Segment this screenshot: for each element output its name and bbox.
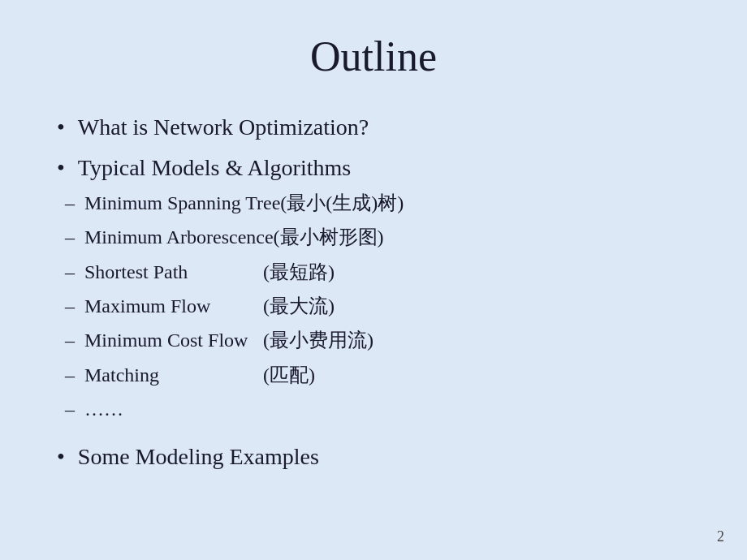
sub-chinese-2: (最短路) bbox=[263, 259, 335, 285]
sub-item-1: – Minimum Arborescence (最小树形图) bbox=[65, 224, 404, 250]
slide: Outline • What is Network Optimization? … bbox=[0, 0, 747, 560]
sub-label-4: Minimum Cost Flow bbox=[84, 327, 263, 353]
sub-item-6: – …… bbox=[65, 396, 404, 422]
bullet-dot-3: • bbox=[57, 442, 65, 472]
sub-chinese-5: (匹配) bbox=[263, 362, 315, 388]
sub-label-6: …… bbox=[84, 396, 263, 422]
sub-label-2: Shortest Path bbox=[84, 259, 263, 285]
sub-chinese-3: (最大流) bbox=[263, 293, 335, 319]
sub-label-0: Minimum Spanning Tree bbox=[84, 190, 280, 216]
sub-chinese-0: (最小(生成)树) bbox=[280, 190, 404, 216]
bullet-text-1: What is Network Optimization? bbox=[78, 113, 369, 142]
bullet-text-3: Some Modeling Examples bbox=[78, 442, 319, 472]
bullet-dot-1: • bbox=[57, 113, 65, 142]
slide-title: Outline bbox=[57, 32, 690, 80]
sub-dash-5: – bbox=[65, 362, 75, 388]
main-bullet-list: • What is Network Optimization? • Typica… bbox=[57, 113, 690, 483]
bullet-item-2: • Typical Models & Algorithms – Minimum … bbox=[57, 153, 690, 430]
bullet-item-3: • Some Modeling Examples bbox=[57, 442, 690, 472]
sub-text-5: Matching (匹配) bbox=[84, 362, 315, 388]
sub-dash-1: – bbox=[65, 224, 75, 250]
sub-chinese-4: (最小费用流) bbox=[263, 327, 374, 353]
sub-label-1: Minimum Arborescence bbox=[84, 224, 274, 250]
sub-text-2: Shortest Path (最短路) bbox=[84, 259, 335, 285]
sub-item-4: – Minimum Cost Flow (最小费用流) bbox=[65, 327, 404, 353]
sub-item-0: – Minimum Spanning Tree (最小(生成)树) bbox=[65, 190, 404, 216]
sub-dash-2: – bbox=[65, 259, 75, 285]
page-number: 2 bbox=[717, 528, 724, 545]
sub-text-0: Minimum Spanning Tree (最小(生成)树) bbox=[84, 190, 404, 216]
sub-dash-0: – bbox=[65, 190, 75, 216]
sub-text-1: Minimum Arborescence (最小树形图) bbox=[84, 224, 384, 250]
sub-item-3: – Maximum Flow (最大流) bbox=[65, 293, 404, 319]
sub-dash-3: – bbox=[65, 293, 75, 319]
sub-list: – Minimum Spanning Tree (最小(生成)树) – Mini… bbox=[65, 190, 404, 431]
sub-chinese-1: (最小树形图) bbox=[274, 224, 384, 250]
sub-text-3: Maximum Flow (最大流) bbox=[84, 293, 335, 319]
bullet-text-2: Typical Models & Algorithms bbox=[78, 153, 351, 183]
sub-label-3: Maximum Flow bbox=[84, 293, 263, 319]
sub-label-5: Matching bbox=[84, 362, 263, 388]
bullet-item-1: • What is Network Optimization? bbox=[57, 113, 690, 142]
bullet-dot-2: • bbox=[57, 153, 65, 183]
slide-content: • What is Network Optimization? • Typica… bbox=[57, 113, 690, 528]
sub-text-6: …… bbox=[84, 396, 263, 422]
sub-item-2: – Shortest Path (最短路) bbox=[65, 259, 404, 285]
sub-dash-4: – bbox=[65, 327, 75, 353]
sub-item-5: – Matching (匹配) bbox=[65, 362, 404, 388]
sub-dash-6: – bbox=[65, 396, 75, 422]
sub-text-4: Minimum Cost Flow (最小费用流) bbox=[84, 327, 374, 353]
